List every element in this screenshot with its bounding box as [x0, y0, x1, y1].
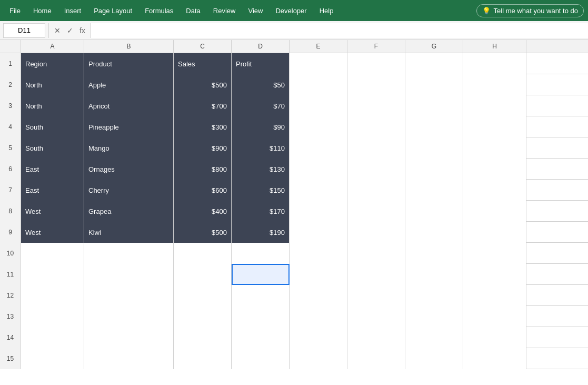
col-header-f[interactable]: F: [347, 40, 405, 53]
list-item[interactable]: [232, 306, 290, 327]
menu-insert[interactable]: Insert: [59, 4, 87, 18]
col-header-e[interactable]: E: [290, 40, 347, 53]
list-item[interactable]: [405, 285, 463, 306]
list-item[interactable]: Kiwi: [84, 222, 174, 243]
col-header-b[interactable]: B: [84, 40, 174, 53]
list-item[interactable]: [290, 180, 347, 201]
list-item[interactable]: [405, 180, 463, 201]
list-item[interactable]: $110: [232, 137, 290, 159]
name-box[interactable]: [3, 23, 45, 38]
list-item[interactable]: [347, 116, 405, 137]
list-item[interactable]: [174, 243, 232, 264]
list-item[interactable]: East: [21, 180, 84, 201]
tell-me-box[interactable]: 💡 Tell me what you want to do: [476, 4, 584, 17]
list-item[interactable]: [463, 95, 526, 116]
list-item[interactable]: $70: [232, 95, 290, 116]
list-item[interactable]: [405, 264, 463, 285]
list-item[interactable]: [84, 306, 174, 327]
list-item[interactable]: [347, 53, 405, 74]
list-item[interactable]: [463, 116, 526, 137]
list-item[interactable]: $500: [174, 222, 232, 243]
list-item[interactable]: $130: [232, 159, 290, 180]
list-item[interactable]: [84, 285, 174, 306]
list-item[interactable]: $900: [174, 137, 232, 159]
menu-review[interactable]: Review: [208, 4, 241, 18]
list-item[interactable]: [405, 74, 463, 95]
list-item[interactable]: [290, 306, 347, 327]
formula-input[interactable]: [91, 23, 588, 38]
list-item[interactable]: Apricot: [84, 95, 174, 116]
list-item[interactable]: [347, 137, 405, 159]
list-item[interactable]: [347, 159, 405, 180]
col-header-h[interactable]: H: [463, 40, 526, 53]
list-item[interactable]: [232, 264, 290, 285]
list-item[interactable]: [232, 285, 290, 306]
list-item[interactable]: $50: [232, 74, 290, 95]
list-item[interactable]: Mango: [84, 137, 174, 159]
list-item[interactable]: [290, 95, 347, 116]
list-item[interactable]: $190: [232, 222, 290, 243]
list-item[interactable]: [463, 74, 526, 95]
list-item[interactable]: [290, 327, 347, 348]
list-item[interactable]: [405, 243, 463, 264]
list-item[interactable]: $150: [232, 180, 290, 201]
list-item[interactable]: [405, 137, 463, 159]
menu-formulas[interactable]: Formulas: [139, 4, 178, 18]
list-item[interactable]: [84, 243, 174, 264]
list-item[interactable]: Sales: [174, 53, 232, 74]
list-item[interactable]: South: [21, 116, 84, 137]
list-item[interactable]: [347, 95, 405, 116]
list-item[interactable]: West: [21, 222, 84, 243]
list-item[interactable]: [463, 159, 526, 180]
list-item[interactable]: [347, 264, 405, 285]
list-item[interactable]: Pineapple: [84, 116, 174, 137]
list-item[interactable]: [290, 264, 347, 285]
col-header-c[interactable]: C: [174, 40, 232, 53]
list-item[interactable]: [463, 201, 526, 222]
list-item[interactable]: [405, 201, 463, 222]
col-header-d[interactable]: D: [232, 40, 290, 53]
list-item[interactable]: [347, 285, 405, 306]
list-item[interactable]: Cherry: [84, 180, 174, 201]
list-item[interactable]: [347, 201, 405, 222]
list-item[interactable]: [463, 243, 526, 264]
list-item[interactable]: [21, 243, 84, 264]
list-item[interactable]: [232, 243, 290, 264]
list-item[interactable]: [405, 306, 463, 327]
list-item[interactable]: [84, 327, 174, 348]
list-item[interactable]: [21, 306, 84, 327]
list-item[interactable]: [463, 264, 526, 285]
list-item[interactable]: [21, 348, 84, 369]
list-item[interactable]: [290, 243, 347, 264]
col-header-g[interactable]: G: [405, 40, 463, 53]
list-item[interactable]: [405, 222, 463, 243]
list-item[interactable]: [463, 137, 526, 159]
list-item[interactable]: [405, 348, 463, 369]
list-item[interactable]: [347, 348, 405, 369]
list-item[interactable]: [232, 348, 290, 369]
list-item[interactable]: [463, 222, 526, 243]
list-item[interactable]: [174, 306, 232, 327]
list-item[interactable]: [405, 95, 463, 116]
list-item[interactable]: [290, 348, 347, 369]
list-item[interactable]: [174, 348, 232, 369]
list-item[interactable]: [290, 53, 347, 74]
list-item[interactable]: [290, 116, 347, 137]
list-item[interactable]: [463, 53, 526, 74]
menu-help[interactable]: Help: [314, 4, 339, 18]
list-item[interactable]: [290, 285, 347, 306]
list-item[interactable]: $600: [174, 180, 232, 201]
list-item[interactable]: [21, 285, 84, 306]
menu-file[interactable]: File: [4, 4, 26, 18]
list-item[interactable]: [290, 222, 347, 243]
list-item[interactable]: [463, 327, 526, 348]
list-item[interactable]: Profit: [232, 53, 290, 74]
list-item[interactable]: North: [21, 95, 84, 116]
list-item[interactable]: [347, 74, 405, 95]
list-item[interactable]: East: [21, 159, 84, 180]
list-item[interactable]: [290, 137, 347, 159]
list-item[interactable]: Grapea: [84, 201, 174, 222]
list-item[interactable]: [84, 348, 174, 369]
menu-view[interactable]: View: [243, 4, 268, 18]
fx-icon[interactable]: fx: [77, 25, 87, 36]
